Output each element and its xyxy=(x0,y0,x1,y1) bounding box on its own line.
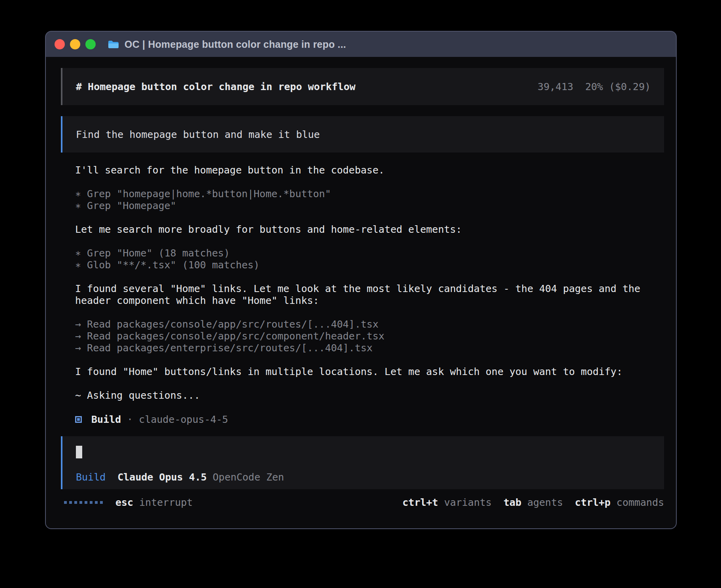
spinner-dots xyxy=(64,501,103,504)
folder-icon xyxy=(108,40,119,49)
spinner-dot xyxy=(69,501,72,504)
message-line: I found several "Home" links. Let me loo… xyxy=(75,283,664,295)
agent-mode-label[interactable]: Build xyxy=(76,471,106,483)
message-line: ~ Asking questions... xyxy=(75,390,664,401)
keyboard-hint: ctrl+p commands xyxy=(575,497,664,508)
square-in-square-icon xyxy=(75,416,82,423)
message-line xyxy=(75,271,664,283)
window-title-group: OC | Homepage button color change in rep… xyxy=(108,39,346,50)
agent-name: Build xyxy=(91,414,121,425)
terminal-content: # Homepage button color change in repo w… xyxy=(46,57,676,528)
status-bar: esc interrupt ctrl+t variants tab agents xyxy=(61,496,664,508)
input-mode-line: Build Claude Opus 4.5 OpenCode Zen xyxy=(76,471,284,483)
spinner-dot xyxy=(64,501,67,504)
hint-label: commands xyxy=(617,497,664,508)
message-line: → Read packages/console/app/src/componen… xyxy=(75,330,664,342)
hint-label: variants xyxy=(444,497,491,508)
message-line xyxy=(75,354,664,366)
message-line: I'll search for the homepage button in t… xyxy=(75,164,664,176)
hint-key: ctrl+t xyxy=(402,497,438,508)
assistant-response: I'll search for the homepage button in t… xyxy=(61,164,664,401)
hint-key: tab xyxy=(504,497,521,508)
spinner-dot xyxy=(95,501,98,504)
session-title: # Homepage button color change in repo w… xyxy=(76,81,355,92)
window-title: OC | Homepage button color change in rep… xyxy=(125,39,346,50)
agent-status: Build · claude-opus-4-5 xyxy=(61,413,664,425)
agent-model: claude-opus-4-5 xyxy=(139,414,228,425)
message-line: ∗ Grep "Home" (18 matches) xyxy=(75,247,664,259)
terminal-window: OC | Homepage button color change in rep… xyxy=(45,31,677,529)
context-cost: 20% ($0.29) xyxy=(585,81,651,92)
spinner-dot xyxy=(79,501,82,504)
message-line: ∗ Grep "homepage|home.*button|Home.*butt… xyxy=(75,188,664,200)
minimize-button[interactable] xyxy=(70,39,80,49)
window-titlebar[interactable]: OC | Homepage button color change in rep… xyxy=(46,32,676,57)
session-stats: 39,413 20% ($0.29) xyxy=(538,81,651,92)
hint-label: agents xyxy=(527,497,563,508)
agent-separator: · xyxy=(127,414,133,425)
spinner-dot xyxy=(74,501,77,504)
traffic-lights xyxy=(55,39,96,49)
hint-key: ctrl+p xyxy=(575,497,610,508)
message-line: I found "Home" buttons/links in multiple… xyxy=(75,366,664,378)
keyboard-hints: ctrl+t variants tab agents ctrl+p comman… xyxy=(402,497,664,508)
provider-label: OpenCode Zen xyxy=(213,471,284,483)
model-label[interactable]: Claude Opus 4.5 xyxy=(117,471,207,483)
message-line xyxy=(75,236,664,247)
message-line xyxy=(75,212,664,224)
hint-label: interrupt xyxy=(139,497,193,508)
user-message-text: Find the homepage button and make it blu… xyxy=(76,129,320,140)
user-message: Find the homepage button and make it blu… xyxy=(61,116,664,153)
message-line: ∗ Grep "Homepage" xyxy=(75,200,664,212)
message-line xyxy=(75,176,664,188)
keyboard-hint: tab agents xyxy=(504,497,563,508)
prompt-input[interactable] xyxy=(76,446,82,458)
text-cursor xyxy=(76,446,82,458)
prompt-input-box[interactable]: Build Claude Opus 4.5 OpenCode Zen xyxy=(61,436,664,489)
spinner-dot xyxy=(85,501,87,504)
message-line xyxy=(75,378,664,390)
keyboard-hint-interrupt: esc interrupt xyxy=(115,497,193,508)
message-line: ∗ Glob "**/*.tsx" (100 matches) xyxy=(75,259,664,271)
spinner-dot xyxy=(90,501,92,504)
square-in-square-icon-inner xyxy=(77,418,80,421)
message-line: → Read packages/console/app/src/routes/[… xyxy=(75,318,664,330)
message-line: header component which have "Home" links… xyxy=(75,295,664,307)
session-header: # Homepage button color change in repo w… xyxy=(61,68,664,105)
close-button[interactable] xyxy=(55,39,65,49)
message-line xyxy=(75,307,664,318)
keyboard-hint: ctrl+t variants xyxy=(402,497,492,508)
spinner-dot xyxy=(100,501,103,504)
maximize-button[interactable] xyxy=(85,39,96,49)
token-count: 39,413 xyxy=(538,81,573,92)
message-line: → Read packages/enterprise/src/routes/[.… xyxy=(75,342,664,354)
message-line: Let me search more broadly for buttons a… xyxy=(75,224,664,236)
hint-key: esc xyxy=(115,497,133,508)
